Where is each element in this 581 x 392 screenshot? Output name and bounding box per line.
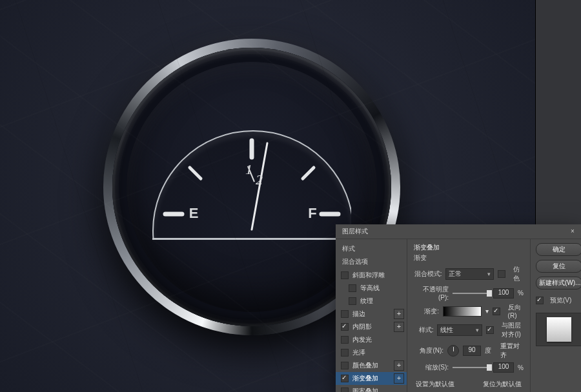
opacity-suffix: % — [518, 289, 524, 297]
opacity-value[interactable]: 100 — [493, 288, 514, 299]
opacity-slider[interactable] — [453, 293, 489, 294]
scale-label: 缩放(S): — [414, 363, 449, 372]
subsection-title: 渐变 — [414, 253, 524, 262]
layer-style-dialog: 图层样式 × 样式 混合选项 斜面和浮雕等高线纹理描边+内阴影+内发光光泽颜色叠… — [336, 224, 581, 392]
reset-align-button[interactable]: 重置对齐 — [499, 341, 524, 360]
angle-value[interactable]: 90 — [463, 346, 481, 356]
reverse-label: 反向(R) — [508, 303, 524, 319]
blend-mode-label: 混合模式: — [414, 270, 442, 279]
effect-label: 颜色叠加 — [352, 361, 392, 370]
blending-options[interactable]: 混合选项 — [336, 256, 407, 269]
new-style-button[interactable]: 新建样式(W)... — [536, 277, 581, 289]
effect-label: 斜面和浮雕 — [352, 271, 404, 280]
preview-box — [536, 313, 581, 346]
effect-label: 光泽 — [352, 348, 404, 357]
effect-checkbox[interactable] — [349, 297, 356, 305]
effect-row[interactable]: 描边+ — [336, 308, 407, 320]
angle-label: 角度(N): — [414, 346, 443, 355]
dither-checkbox[interactable] — [498, 270, 505, 278]
preview-label: 预览(V) — [550, 296, 571, 305]
blend-mode-dropdown[interactable]: 正常 ▾ — [445, 268, 493, 280]
effect-settings: 渐变叠加 渐变 混合模式: 正常 ▾ 仿色 不透明度(P): 100 % — [407, 239, 530, 392]
cancel-button[interactable]: 复位 — [536, 260, 581, 273]
effect-label: 内阴影 — [352, 322, 392, 331]
effect-checkbox[interactable] — [341, 387, 349, 392]
add-effect-icon[interactable]: + — [394, 360, 404, 371]
effect-checkbox[interactable] — [341, 310, 349, 318]
effect-checkbox[interactable] — [341, 375, 349, 382]
styles-header[interactable]: 样式 — [336, 243, 407, 256]
blend-mode-value: 正常 — [449, 270, 462, 279]
effect-row[interactable]: 等高线 — [336, 282, 407, 295]
angle-dial[interactable] — [447, 345, 459, 357]
dialog-titlebar[interactable]: 图层样式 × — [336, 224, 581, 239]
dither-label: 仿色 — [513, 265, 524, 283]
label-full: F — [308, 205, 316, 221]
effects-list: 样式 混合选项 斜面和浮雕等高线纹理描边+内阴影+内发光光泽颜色叠加+渐变叠加+… — [336, 239, 407, 392]
effect-checkbox[interactable] — [349, 284, 356, 292]
effect-checkbox[interactable] — [341, 271, 349, 279]
scale-slider[interactable] — [453, 367, 489, 368]
reverse-checkbox[interactable] — [493, 308, 500, 315]
effect-row[interactable]: 光泽 — [336, 346, 407, 359]
effect-checkbox[interactable] — [341, 362, 349, 369]
tick-quarter — [190, 168, 201, 179]
effect-label: 渐变叠加 — [352, 374, 392, 383]
section-title: 渐变叠加 — [414, 243, 524, 252]
gradient-picker[interactable] — [443, 306, 482, 317]
effect-row[interactable]: 内发光 — [336, 333, 407, 346]
effect-label: 描边 — [352, 309, 392, 318]
gauge-dial-svg: E F 1 2 — [152, 130, 351, 240]
add-effect-icon[interactable]: + — [394, 309, 404, 319]
make-default-button[interactable]: 设置为默认值 — [414, 379, 456, 389]
label-empty: E — [189, 205, 199, 221]
effect-row[interactable]: 斜面和浮雕 — [336, 269, 407, 282]
chevron-down-icon: ▾ — [476, 327, 479, 333]
scale-value[interactable]: 100 — [493, 362, 514, 373]
style-label: 样式: — [414, 326, 433, 335]
scale-suffix: % — [518, 364, 524, 371]
effect-label: 纹理 — [360, 297, 404, 306]
gradient-style-dropdown[interactable]: 线性 ▾ — [437, 324, 482, 336]
add-effect-icon[interactable]: + — [394, 322, 404, 332]
align-layer-label: 与图层对齐(I) — [502, 321, 524, 339]
align-layer-checkbox[interactable] — [486, 326, 494, 334]
effect-row[interactable]: 渐变叠加+ — [336, 372, 407, 385]
dialog-buttons: 确定 复位 新建样式(W)... 预览(V) — [530, 239, 581, 392]
effect-label: 内发光 — [352, 335, 404, 344]
opacity-label: 不透明度(P): — [414, 285, 449, 301]
reset-default-button[interactable]: 复位为默认值 — [482, 379, 523, 389]
dialog-body: 样式 混合选项 斜面和浮雕等高线纹理描边+内阴影+内发光光泽颜色叠加+渐变叠加+… — [336, 239, 581, 392]
add-effect-icon[interactable]: + — [394, 373, 404, 384]
close-icon[interactable]: × — [568, 227, 577, 236]
chevron-down-icon: ▾ — [487, 271, 491, 277]
effect-label: 等高线 — [360, 284, 404, 293]
effect-checkbox[interactable] — [341, 323, 349, 331]
gauge-dial-window: E F 1 2 — [152, 130, 351, 240]
tick-three-quarter — [303, 168, 314, 179]
effect-checkbox[interactable] — [341, 336, 349, 344]
dialog-title: 图层样式 — [342, 227, 368, 236]
effect-row[interactable]: 纹理 — [336, 295, 407, 308]
angle-unit: 度 — [485, 346, 491, 355]
ok-button[interactable]: 确定 — [536, 243, 581, 256]
preview-checkbox[interactable] — [536, 297, 544, 304]
effect-row[interactable]: 颜色叠加+ — [336, 359, 407, 372]
effect-label: 图案叠加 — [352, 387, 404, 392]
label-half-denominator: 2 — [256, 172, 263, 188]
gradient-style-value: 线性 — [440, 326, 453, 335]
gradient-label: 渐变: — [414, 307, 439, 316]
effect-row[interactable]: 图案叠加 — [336, 385, 407, 392]
effect-row[interactable]: 内阴影+ — [336, 320, 407, 333]
preview-swatch — [547, 317, 571, 342]
effect-checkbox[interactable] — [341, 349, 349, 357]
chevron-down-icon[interactable]: ▾ — [485, 308, 489, 315]
